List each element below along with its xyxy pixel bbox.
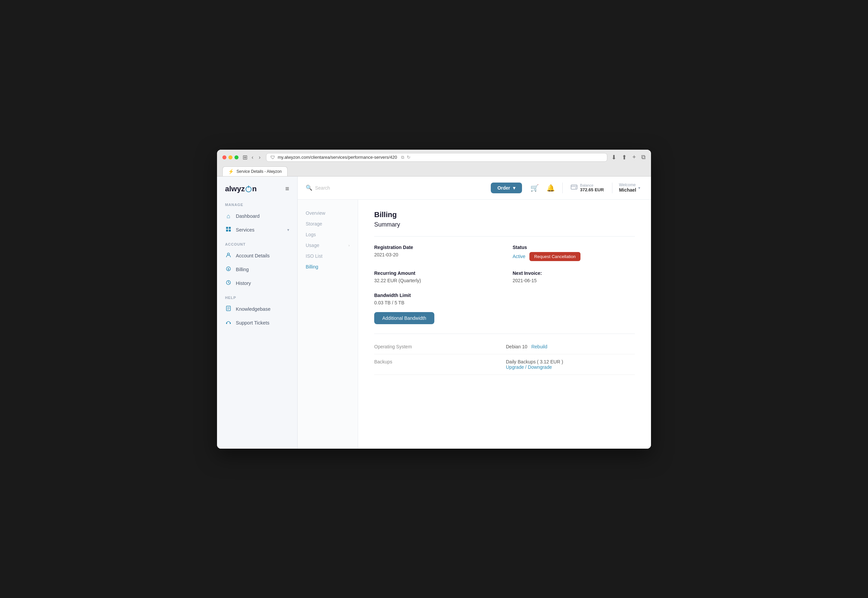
usage-chevron-icon: › xyxy=(348,243,350,247)
request-cancellation-button[interactable]: Request Cancellation xyxy=(529,252,580,261)
subnav-overview[interactable]: Overview xyxy=(298,208,358,218)
manage-section-label: MANAGE xyxy=(217,203,297,209)
browser-tab[interactable]: ⚡ Service Details - Alwyzon xyxy=(222,166,288,176)
forward-button[interactable]: › xyxy=(257,154,262,161)
rebuild-link[interactable]: Rebuild xyxy=(531,344,547,349)
recurring-amount-value: 32.22 EUR (Quarterly) xyxy=(374,278,496,283)
history-icon xyxy=(225,280,232,287)
welcome-chevron-icon: ▾ xyxy=(638,185,640,190)
sidebar: alwyz n ≡ MANAGE ⌂ Dashboard xyxy=(217,176,298,448)
url-text: my.alwyzon.com/clientarea/services/perfo… xyxy=(278,155,397,160)
sidebar-item-knowledgebase[interactable]: Knowledgebase xyxy=(217,302,297,316)
refresh-icon[interactable]: ↻ xyxy=(407,155,411,160)
next-invoice-field: Next Invoice: 2021-06-15 xyxy=(513,271,635,283)
logo-text: alwyz xyxy=(225,185,245,193)
home-icon: ⌂ xyxy=(225,213,232,220)
security-icon: 🛡 xyxy=(270,155,275,160)
logo-text-end: n xyxy=(252,185,256,193)
billing-grid-2: Recurring Amount 32.22 EUR (Quarterly) N… xyxy=(374,271,635,283)
backups-value: Daily Backups ( 3.12 EUR ) Upgrade / Dow… xyxy=(506,359,635,370)
sidebar-item-label-billing: Billing xyxy=(236,267,249,272)
backup-row: Backups Daily Backups ( 3.12 EUR ) Upgra… xyxy=(374,354,635,375)
header-actions: 🛒 🔔 Balance 372.65 xyxy=(528,181,643,195)
registration-date-field: Registration Date 2021-03-20 xyxy=(374,245,496,261)
account-icon xyxy=(225,253,232,259)
welcome-area[interactable]: Welcome Michael ▾ xyxy=(616,182,643,193)
sidebar-item-label-support: Support Tickets xyxy=(236,320,270,326)
search-area: 🔍 xyxy=(306,185,486,191)
services-icon xyxy=(225,227,232,233)
next-invoice-value: 2021-06-15 xyxy=(513,278,635,283)
top-header: 🔍 Order ▾ 🛒 🔔 xyxy=(298,176,651,200)
additional-bandwidth-button[interactable]: Additional Bandwidth xyxy=(374,312,434,324)
traffic-light-yellow[interactable] xyxy=(228,155,232,159)
os-section: Operating System Debian 10 Rebuild Backu… xyxy=(374,333,635,375)
search-icon: 🔍 xyxy=(306,185,312,191)
status-field: Status Active Request Cancellation xyxy=(513,245,635,261)
tab-favicon: ⚡ xyxy=(228,169,234,174)
services-chevron-icon: ▾ xyxy=(287,227,289,232)
os-value: Debian 10 Rebuild xyxy=(506,344,635,349)
help-section-label: HELP xyxy=(217,296,297,302)
svg-rect-1 xyxy=(229,227,231,229)
subnav-storage[interactable]: Storage xyxy=(298,218,358,229)
sidebar-item-dashboard[interactable]: ⌂ Dashboard xyxy=(217,209,297,223)
search-input[interactable] xyxy=(315,185,416,191)
new-tab-icon[interactable]: + xyxy=(632,154,636,161)
sidebar-item-support-tickets[interactable]: Support Tickets xyxy=(217,316,297,330)
content-area: Overview Storage Logs Usage › ISO List B… xyxy=(298,200,651,448)
page-title: Billing xyxy=(374,211,635,219)
sidebar-item-billing[interactable]: $ Billing xyxy=(217,263,297,277)
subnav-iso-list[interactable]: ISO List xyxy=(298,251,358,262)
balance-area[interactable]: Balance 372.65 EUR xyxy=(567,183,608,192)
sidebar-item-label-history: History xyxy=(236,281,251,286)
bandwidth-limit-label: Bandwidth Limit xyxy=(374,293,635,298)
bell-button[interactable]: 🔔 xyxy=(544,181,558,195)
os-label: Operating System xyxy=(374,344,503,349)
support-icon xyxy=(225,320,232,326)
header-divider xyxy=(562,182,563,193)
upgrade-downgrade-link[interactable]: Upgrade / Downgrade xyxy=(506,365,552,370)
svg-rect-2 xyxy=(226,230,228,232)
sidebar-item-label-knowledgebase: Knowledgebase xyxy=(236,306,270,312)
sidebar-item-services[interactable]: Services ▾ xyxy=(217,223,297,237)
svg-point-12 xyxy=(575,188,576,188)
sidebar-toggle-icon[interactable]: ⊞ xyxy=(243,154,247,161)
sidebar-item-label-account-details: Account Details xyxy=(236,253,270,259)
cart-button[interactable]: 🛒 xyxy=(528,181,542,195)
back-button[interactable]: ‹ xyxy=(250,154,255,161)
subnav-usage[interactable]: Usage › xyxy=(298,240,358,251)
recurring-amount-field: Recurring Amount 32.22 EUR (Quarterly) xyxy=(374,271,496,283)
svg-rect-9 xyxy=(226,323,227,324)
billing-icon: $ xyxy=(225,266,232,273)
svg-rect-10 xyxy=(230,323,231,324)
subnav-billing[interactable]: Billing xyxy=(298,262,358,272)
section-title: Summary xyxy=(374,221,635,228)
share-icon[interactable]: ⬆ xyxy=(622,154,627,161)
tabs-icon[interactable]: ⧉ xyxy=(641,154,646,161)
bandwidth-limit-value: 0.03 TB / 5 TB xyxy=(374,300,635,305)
traffic-light-red[interactable] xyxy=(222,155,226,159)
main-content: Billing Summary Registration Date 2021-0… xyxy=(358,200,651,448)
billing-grid-1: Registration Date 2021-03-20 Status Acti… xyxy=(374,245,635,261)
sub-navigation: Overview Storage Logs Usage › ISO List B… xyxy=(298,200,358,448)
wallet-icon xyxy=(571,184,577,192)
registration-date-value: 2021-03-20 xyxy=(374,252,496,257)
svg-rect-0 xyxy=(226,227,228,229)
traffic-light-green[interactable] xyxy=(234,155,238,159)
download-icon[interactable]: ⬇ xyxy=(612,154,616,161)
order-chevron-icon: ▾ xyxy=(513,185,515,191)
status-label: Status xyxy=(513,245,635,250)
sidebar-item-label-dashboard: Dashboard xyxy=(236,214,260,219)
sidebar-item-account-details[interactable]: Account Details xyxy=(217,249,297,263)
backups-label: Backups xyxy=(374,359,503,370)
bandwidth-section: Bandwidth Limit 0.03 TB / 5 TB Additiona… xyxy=(374,293,635,324)
hamburger-icon[interactable]: ≡ xyxy=(285,185,289,193)
sidebar-item-history[interactable]: History xyxy=(217,277,297,290)
url-bar[interactable]: 🛡 my.alwyzon.com/clientarea/services/per… xyxy=(266,153,608,162)
subnav-logs[interactable]: Logs xyxy=(298,229,358,240)
logo-power-icon xyxy=(246,186,252,192)
svg-rect-3 xyxy=(229,230,231,232)
order-button[interactable]: Order ▾ xyxy=(491,182,522,193)
reader-icon: ⧉ xyxy=(401,155,404,160)
